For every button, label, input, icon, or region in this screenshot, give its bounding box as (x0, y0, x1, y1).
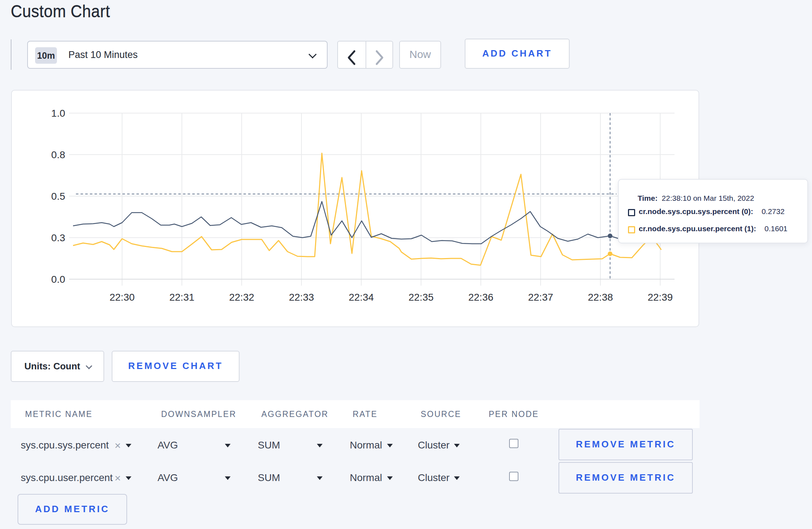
svg-text:22:38: 22:38 (588, 292, 613, 303)
svg-text:22:30: 22:30 (110, 292, 135, 303)
svg-text:0.5: 0.5 (51, 191, 65, 202)
svg-text:22:32: 22:32 (229, 292, 254, 303)
svg-text:0.3: 0.3 (51, 232, 65, 243)
svg-text:0.8: 0.8 (51, 149, 65, 160)
svg-text:22:31: 22:31 (169, 292, 194, 303)
svg-text:22:35: 22:35 (409, 292, 434, 303)
svg-text:22:39: 22:39 (648, 292, 673, 303)
svg-text:22:34: 22:34 (349, 292, 374, 303)
svg-text:0.0: 0.0 (51, 274, 65, 285)
svg-text:1.0: 1.0 (51, 108, 65, 119)
svg-text:22:36: 22:36 (468, 292, 493, 303)
svg-text:22:37: 22:37 (528, 292, 553, 303)
svg-text:22:33: 22:33 (289, 292, 314, 303)
